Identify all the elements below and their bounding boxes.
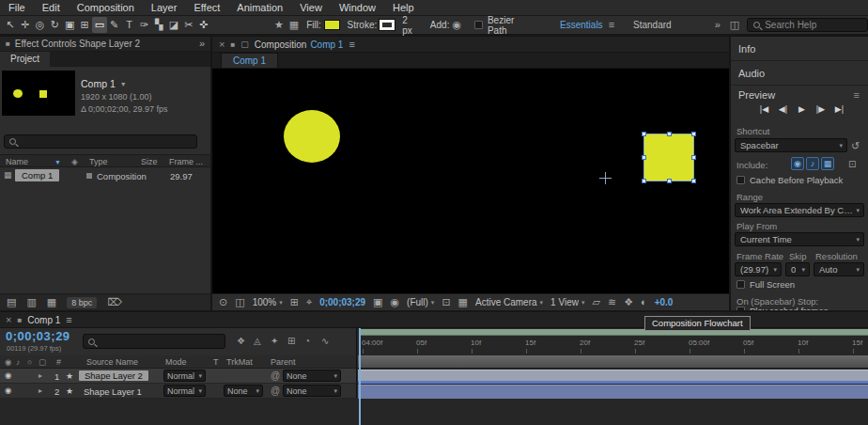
panel-menu-icon[interactable]: ≡: [66, 315, 71, 325]
column-number[interactable]: #: [56, 357, 61, 367]
column-frame[interactable]: Frame ...: [169, 157, 203, 166]
preview-panel-header[interactable]: Preview: [731, 86, 868, 104]
pickwhip-icon[interactable]: @: [271, 386, 280, 396]
selection-handle[interactable]: [691, 155, 696, 160]
shortcut-select[interactable]: Spacebar ▾: [735, 138, 847, 152]
pan-behind-tool[interactable]: ⊞: [77, 17, 92, 33]
viewer-tab-comp1[interactable]: Comp 1: [221, 53, 278, 68]
panel-menu-icon[interactable]: ≡: [854, 89, 860, 101]
mini-flowchart-icon[interactable]: ❖: [237, 336, 245, 346]
label-column-icon[interactable]: ◈: [71, 157, 78, 166]
layer-bar-2[interactable]: [358, 385, 868, 399]
roto-brush-tool[interactable]: ✂: [181, 17, 196, 33]
comp-time-display[interactable]: 0;00;03;29: [319, 297, 365, 307]
checkbox-box[interactable]: [736, 280, 745, 289]
composition-tab-comp-name[interactable]: Comp 1: [310, 39, 343, 50]
pixel-aspect-icon[interactable]: ▱: [592, 297, 599, 307]
eraser-tool[interactable]: ◪: [166, 17, 181, 33]
help-search[interactable]: [747, 18, 868, 32]
layer-name[interactable]: Shape Layer 2: [79, 370, 148, 381]
composition-viewport[interactable]: [212, 69, 729, 293]
shape-ellipse[interactable]: [284, 110, 340, 163]
region-of-interest-icon[interactable]: ⊡: [442, 297, 450, 307]
draft-3d-icon[interactable]: ◬: [254, 336, 261, 346]
workspace-menu-icon[interactable]: ≡: [609, 20, 614, 30]
menu-item-help[interactable]: Help: [384, 2, 423, 13]
close-icon[interactable]: ×: [6, 314, 11, 325]
selection-handle[interactable]: [642, 132, 646, 136]
exposure-value[interactable]: +0.0: [655, 297, 674, 307]
zoom-tool[interactable]: ◎: [33, 17, 48, 33]
show-snapshot-icon[interactable]: ◉: [390, 297, 399, 307]
always-preview-icon[interactable]: ⊙: [219, 297, 227, 307]
selection-handle[interactable]: [691, 179, 696, 183]
project-search[interactable]: [4, 134, 197, 149]
timeline-search[interactable]: [83, 334, 225, 349]
composition-tab-title[interactable]: Composition: [255, 39, 307, 50]
play-button[interactable]: ▶: [795, 104, 809, 114]
menu-item-file[interactable]: File: [0, 2, 34, 13]
expand-icon[interactable]: ▸: [39, 386, 42, 395]
skip-select[interactable]: 0 ▾: [785, 262, 810, 276]
shape-square-selected[interactable]: [643, 134, 694, 181]
magnification-select[interactable]: 100% ▾: [253, 297, 283, 307]
snapshot-icon[interactable]: ▣: [373, 297, 382, 307]
menu-item-edit[interactable]: Edit: [34, 2, 69, 13]
bezier-path-checkbox[interactable]: Bezier Path: [474, 15, 535, 36]
blend-mode-select[interactable]: Normal ▾: [163, 370, 206, 382]
column-name[interactable]: Name: [6, 157, 28, 166]
rectangle-tool[interactable]: ▭: [92, 17, 107, 33]
selection-handle[interactable]: [667, 132, 672, 136]
transparency-grid-icon[interactable]: ▦: [458, 297, 468, 307]
blend-mode-select[interactable]: Normal ▾: [163, 385, 206, 397]
new-composition-icon[interactable]: ▦: [47, 297, 56, 307]
expand-icon[interactable]: ▸: [39, 371, 42, 380]
type-tool[interactable]: T: [122, 17, 137, 33]
column-t[interactable]: T: [213, 357, 219, 367]
fill-color-swatch[interactable]: [324, 20, 340, 30]
time-ruler[interactable]: 04:00f 05f 10f 15f 20f 25f 05:00f 05f 10…: [358, 328, 868, 355]
camera-select[interactable]: Active Camera ▾: [475, 297, 543, 307]
exposure-toggle-icon[interactable]: ◐: [641, 297, 647, 307]
stroke-width-value[interactable]: 2 px: [402, 15, 420, 36]
selection-handle[interactable]: [691, 132, 696, 136]
clone-stamp-tool[interactable]: ▚: [151, 17, 166, 33]
info-panel-header[interactable]: Info: [731, 37, 868, 61]
tab-overflow-icon[interactable]: »: [199, 39, 205, 49]
column-parent[interactable]: Parent: [271, 357, 296, 367]
layer-bar-1[interactable]: [358, 370, 868, 384]
timeline-search-input[interactable]: [100, 337, 212, 347]
selection-handle[interactable]: [642, 155, 646, 160]
layer-row-2[interactable]: ◉ ▸ 2 ★ Shape Layer 1 Normal ▾ None ▾ @ …: [0, 384, 357, 399]
brush-tool[interactable]: ✑: [136, 17, 151, 33]
layer-row-1[interactable]: ◉ ▸ 1 ★ Shape Layer 2 Normal ▾ @ None ▾: [0, 369, 357, 384]
menu-item-effect[interactable]: Effect: [185, 2, 228, 13]
graph-editor-icon[interactable]: ∿: [321, 336, 329, 346]
close-icon[interactable]: ×: [219, 39, 225, 50]
parent-select[interactable]: None ▾: [283, 370, 341, 382]
previous-frame-button[interactable]: ◀|: [776, 104, 790, 114]
new-folder-icon[interactable]: ▥: [26, 297, 36, 307]
next-frame-button[interactable]: |▶: [814, 104, 828, 114]
menu-item-window[interactable]: Window: [331, 2, 384, 13]
trash-icon[interactable]: ⌦: [107, 297, 122, 307]
workspace-essentials[interactable]: Essentials: [560, 20, 603, 30]
column-source-name[interactable]: Source Name: [86, 357, 138, 367]
current-time-display[interactable]: 0;00;03;29: [6, 329, 70, 343]
viewer-lock-icon[interactable]: ▢: [240, 40, 249, 49]
column-trkmat[interactable]: TrkMat: [226, 357, 253, 367]
eye-icon[interactable]: ◉: [5, 370, 11, 380]
view-options-icon[interactable]: ◫: [235, 297, 244, 307]
selection-handle[interactable]: [667, 179, 672, 183]
tab-project[interactable]: Project: [0, 52, 50, 67]
hand-tool[interactable]: ✛: [18, 17, 33, 33]
comp-name[interactable]: Comp 1: [81, 78, 116, 89]
last-frame-button[interactable]: ▶|: [832, 104, 846, 114]
flyout-caret-icon[interactable]: ▼: [120, 81, 127, 87]
add-pulldown-icon[interactable]: ◉: [452, 20, 461, 30]
eye-icon[interactable]: ◉: [5, 386, 11, 395]
include-overlays-icon[interactable]: ▦: [821, 157, 834, 170]
play-cached-frames-checkbox[interactable]: Play cached frames: [736, 306, 828, 310]
workspace-standard[interactable]: Standard: [633, 20, 672, 30]
interpret-footage-icon[interactable]: ▤: [7, 297, 16, 307]
